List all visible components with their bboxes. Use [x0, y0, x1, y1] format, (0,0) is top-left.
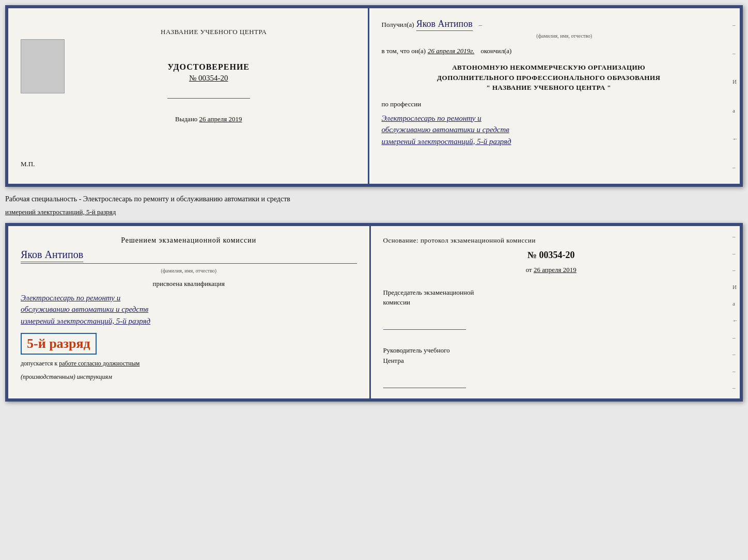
training-center-name-left: НАЗВАНИЕ УЧЕБНОГО ЦЕНТРА	[161, 28, 267, 36]
recipient-name: Яков Антипов	[416, 19, 473, 31]
received-row: Получил(а) Яков Антипов –	[382, 19, 716, 31]
bottom-document: Решением экзаменационной комиссии Яков А…	[5, 223, 743, 402]
issued-line: Выдано 26 апреля 2019	[175, 115, 242, 123]
allowed-italic: (производственным) инструкциям	[21, 372, 357, 381]
profession-lines: Электрослесарь по ремонту и обслуживанию…	[382, 113, 716, 148]
photo-placeholder	[21, 39, 65, 93]
top-right-page: Получил(а) Яков Антипов – (фамилия, имя,…	[369, 8, 732, 184]
decision-title: Решением экзаменационной комиссии	[21, 236, 357, 245]
org-block: АВТОНОМНУЮ НЕКОММЕРЧЕСКУЮ ОРГАНИЗАЦИЮ ДО…	[382, 62, 716, 93]
cert-title: УДОСТОВЕРЕНИЕ	[167, 62, 250, 72]
separator-line1: Рабочая специальность - Электрослесарь п…	[5, 192, 743, 206]
director-block: Руководитель учебного Центра	[383, 345, 720, 388]
chairman-signature-line	[383, 322, 466, 330]
protocol-date: от 26 апреля 2019	[383, 266, 720, 274]
bottom-left-page: Решением экзаменационной комиссии Яков А…	[8, 226, 371, 398]
director-signature-line	[383, 380, 466, 388]
chairman-block: Председатель экзаменационной комиссии	[383, 287, 720, 330]
certifies-row: в том, что он(а) 26 апреля 2019г. окончи…	[382, 47, 716, 55]
basis-label: Основание: протокол экзаменационной коми…	[383, 236, 720, 245]
qualification-lines: Электрослесарь по ремонту и обслуживанию…	[21, 292, 357, 327]
person-name: Яков Антипов	[21, 249, 83, 262]
grade-box: 5-й разряд	[21, 333, 97, 355]
cert-number: № 00354-20	[167, 74, 250, 83]
right-edge-marks: – – И а ← –	[731, 8, 740, 184]
protocol-number: № 00354-20	[383, 250, 720, 261]
separator-block: Рабочая специальность - Электрослесарь п…	[5, 192, 743, 218]
profession-label: по профессии	[382, 100, 716, 108]
top-document: НАЗВАНИЕ УЧЕБНОГО ЦЕНТРА УДОСТОВЕРЕНИЕ №…	[5, 5, 743, 187]
bottom-right-page: Основание: протокол экзаменационной коми…	[371, 226, 732, 398]
top-left-page: НАЗВАНИЕ УЧЕБНОГО ЦЕНТРА УДОСТОВЕРЕНИЕ №…	[8, 8, 369, 184]
qualification-label: присвоена квалификация	[21, 280, 357, 288]
separator-line2: измерений электростанций, 5-й разряд	[5, 206, 743, 218]
mp-label: М.П.	[21, 160, 35, 168]
allowed-text: допускается к работе согласно должностны…	[21, 359, 357, 368]
bottom-right-edge-marks: – – – И а ← – – – –	[731, 226, 740, 398]
